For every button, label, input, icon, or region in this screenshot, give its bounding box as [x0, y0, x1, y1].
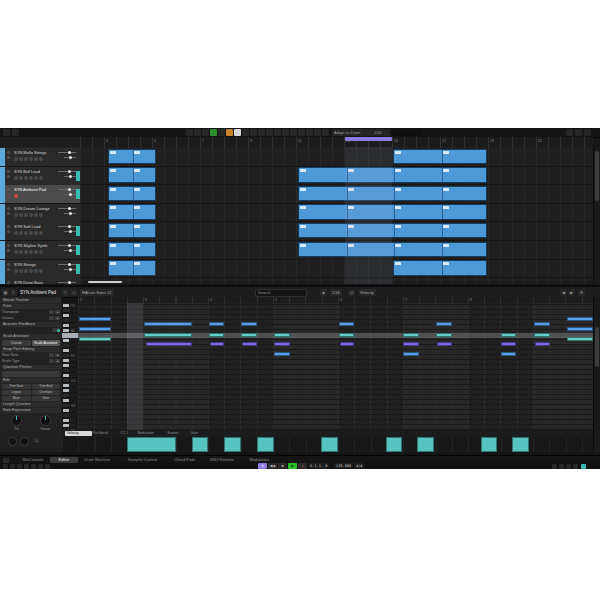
- status-right-icon[interactable]: [552, 464, 557, 469]
- track-control-button[interactable]: [29, 176, 33, 180]
- midi-note[interactable]: [567, 327, 593, 331]
- editor-settings-gear-icon[interactable]: ⚙: [578, 289, 585, 296]
- mute-button[interactable]: [7, 281, 10, 284]
- status-icon[interactable]: [45, 464, 50, 469]
- midi-note[interactable]: [501, 333, 516, 337]
- inspector-section-title[interactable]: Length Quantize: [1, 402, 61, 407]
- midi-note[interactable]: [501, 352, 516, 356]
- midi-clip[interactable]: [298, 242, 487, 258]
- status-icon[interactable]: [38, 464, 43, 469]
- magnet-snap-icon[interactable]: ◈: [320, 289, 327, 296]
- velocity-tab-gate[interactable]: Gate: [189, 431, 207, 436]
- solo-button[interactable]: [7, 230, 10, 233]
- record-enable-icon[interactable]: [202, 129, 209, 136]
- step-forward-icon[interactable]: ▶: [568, 289, 575, 296]
- fader-handle[interactable]: [69, 249, 72, 252]
- glue-tool-icon[interactable]: [266, 129, 273, 136]
- fader-handle[interactable]: [68, 281, 71, 284]
- track-control-button[interactable]: [19, 194, 23, 198]
- knob-range[interactable]: Range: [38, 415, 54, 431]
- mute-button[interactable]: [7, 151, 10, 154]
- solo-button[interactable]: [7, 212, 10, 215]
- track-control-button[interactable]: [19, 269, 23, 273]
- editor-search-input[interactable]: Search: [255, 289, 307, 297]
- track-control-button[interactable]: [39, 269, 43, 273]
- scroll-handle[interactable]: [595, 151, 599, 201]
- velocity-bar[interactable]: [512, 437, 529, 452]
- pan-fader[interactable]: [64, 231, 76, 232]
- midi-note[interactable]: [79, 317, 111, 321]
- status-icon[interactable]: [24, 464, 29, 469]
- track-control-button[interactable]: [29, 269, 33, 273]
- record-enable-button[interactable]: [14, 269, 18, 273]
- mute-button[interactable]: [7, 170, 10, 173]
- tab-chords[interactable]: Chords: [2, 340, 31, 346]
- track-control-button[interactable]: [24, 269, 28, 273]
- volume-fader[interactable]: [58, 208, 76, 209]
- pan-fader[interactable]: [64, 176, 76, 177]
- midi-note[interactable]: [210, 342, 224, 346]
- mute-button[interactable]: [7, 188, 10, 191]
- midi-note[interactable]: [567, 317, 593, 321]
- arrangement-area[interactable]: [80, 147, 593, 284]
- split-tool-icon[interactable]: [258, 129, 265, 136]
- midi-note[interactable]: [436, 322, 452, 326]
- piano-roll-grid[interactable]: [78, 303, 593, 430]
- mute-button[interactable]: [7, 207, 10, 210]
- midi-note[interactable]: [274, 352, 290, 356]
- step-back-icon[interactable]: ◀: [560, 289, 567, 296]
- snap-type-icon[interactable]: [234, 129, 241, 136]
- fader-handle[interactable]: [69, 193, 72, 196]
- status-right-icon[interactable]: [559, 464, 564, 469]
- track-control-button[interactable]: [29, 194, 33, 198]
- track-control-button[interactable]: [39, 157, 43, 161]
- velocity-tab-modulation[interactable]: Modulation: [135, 431, 166, 436]
- speaker-icon[interactable]: ◁: [70, 289, 77, 296]
- line-tool-icon[interactable]: [322, 129, 329, 136]
- editor-grid-icon[interactable]: ▦: [2, 289, 9, 296]
- mute-button[interactable]: [7, 263, 10, 266]
- lane-knob-icon[interactable]: [8, 437, 17, 446]
- fader-handle[interactable]: [69, 156, 72, 159]
- midi-note[interactable]: [340, 342, 354, 346]
- velocity-tab-cc-1[interactable]: CC 1: [118, 431, 136, 436]
- edit-button[interactable]: Legato: [2, 390, 31, 395]
- edit-button[interactable]: Glue: [32, 396, 61, 401]
- track-control-button[interactable]: [34, 176, 38, 180]
- cycle-region-marker[interactable]: [345, 137, 392, 141]
- midi-note[interactable]: [535, 342, 550, 346]
- inspector-section-title[interactable]: Edit: [1, 378, 61, 383]
- track-control-button[interactable]: [19, 250, 23, 254]
- midi-note[interactable]: [79, 337, 111, 341]
- volume-fader[interactable]: [58, 189, 76, 190]
- close-icon[interactable]: [584, 129, 591, 136]
- inspector-section-title[interactable]: Pitch: [1, 304, 61, 309]
- edit-button[interactable]: Overlaps: [32, 390, 61, 395]
- track-row[interactable]: SYN Dream Lounge: [0, 204, 80, 223]
- volume-fader[interactable]: [58, 171, 76, 172]
- track-control-button[interactable]: [34, 231, 38, 235]
- steinberg-logo-icon[interactable]: [3, 129, 10, 136]
- track-control-button[interactable]: [39, 213, 43, 217]
- midi-clip[interactable]: [393, 149, 487, 165]
- midi-note[interactable]: [403, 352, 419, 356]
- volume-fader[interactable]: [58, 226, 76, 227]
- knob-tilt[interactable]: Tilt: [9, 415, 25, 431]
- pan-fader[interactable]: [64, 157, 76, 158]
- solo-button[interactable]: [7, 193, 10, 196]
- track-control-button[interactable]: [24, 176, 28, 180]
- track-control-button[interactable]: [29, 213, 33, 217]
- window-icon[interactable]: [575, 129, 582, 136]
- midi-note[interactable]: [79, 327, 111, 331]
- pan-fader[interactable]: [64, 269, 76, 270]
- project-vertical-scrollbar[interactable]: [593, 147, 600, 284]
- midi-note[interactable]: [146, 342, 192, 346]
- track-control-button[interactable]: [34, 250, 38, 254]
- status-right-icon[interactable]: [573, 464, 578, 469]
- track-control-button[interactable]: [34, 269, 38, 273]
- toggle-switch[interactable]: [52, 328, 60, 332]
- transport-stop-button[interactable]: ■: [278, 463, 287, 469]
- midi-note[interactable]: [339, 333, 354, 337]
- midi-note[interactable]: [144, 322, 192, 326]
- fader-handle[interactable]: [69, 212, 72, 215]
